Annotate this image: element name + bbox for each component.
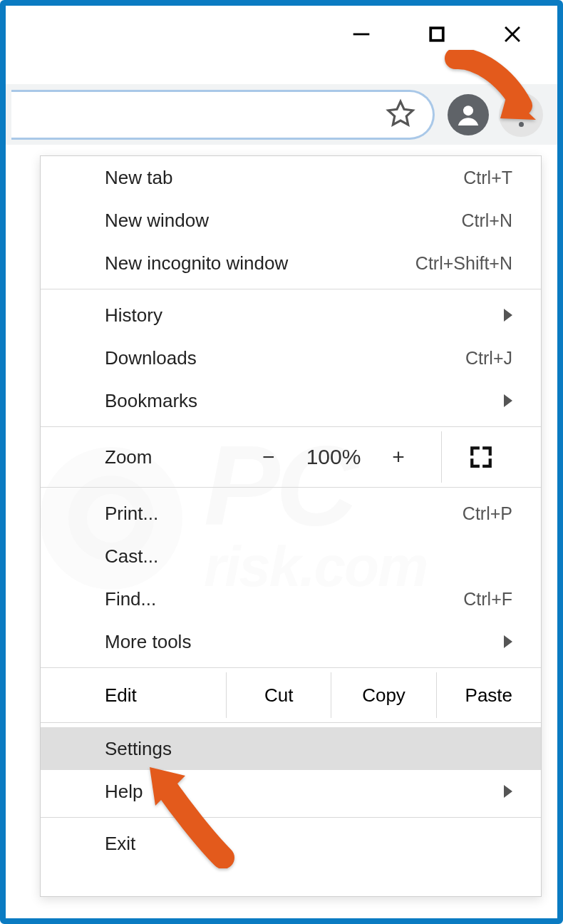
menu-item-bookmarks[interactable]: Bookmarks	[41, 379, 541, 422]
menu-separator	[41, 426, 541, 427]
bookmark-star-icon[interactable]	[386, 98, 415, 131]
menu-separator	[41, 722, 541, 723]
menu-label: Find...	[105, 588, 463, 610]
menu-label: Settings	[105, 738, 512, 760]
menu-label: Cast...	[105, 545, 512, 568]
menu-item-new-tab[interactable]: New tab Ctrl+T	[41, 156, 541, 199]
menu-shortcut: Ctrl+Shift+N	[415, 253, 512, 274]
address-bar[interactable]	[11, 90, 435, 140]
menu-item-more-tools[interactable]: More tools	[41, 620, 541, 663]
annotation-arrow-icon	[141, 761, 248, 868]
menu-item-exit[interactable]: Exit	[41, 822, 541, 865]
menu-label: Print...	[105, 503, 463, 525]
menu-separator	[41, 667, 541, 668]
menu-separator	[41, 817, 541, 818]
submenu-arrow-icon	[504, 785, 512, 798]
edit-copy-button[interactable]: Copy	[331, 672, 435, 718]
window-close-button[interactable]	[500, 21, 525, 47]
fullscreen-icon	[469, 445, 493, 469]
menu-label: Bookmarks	[105, 390, 504, 412]
window-frame: PC risk.com New tab Ctrl+T New window Ct…	[0, 0, 563, 924]
menu-separator	[41, 289, 541, 289]
menu-item-settings[interactable]: Settings	[41, 727, 541, 770]
menu-label: More tools	[105, 631, 504, 653]
zoom-in-button[interactable]: +	[392, 445, 405, 469]
submenu-arrow-icon	[504, 635, 512, 648]
menu-item-find[interactable]: Find... Ctrl+F	[41, 578, 541, 620]
annotation-arrow-icon	[445, 50, 537, 135]
menu-shortcut: Ctrl+P	[463, 503, 512, 524]
menu-item-new-incognito[interactable]: New incognito window Ctrl+Shift+N	[41, 242, 541, 284]
zoom-label: Zoom	[105, 446, 226, 468]
zoom-out-button[interactable]: −	[262, 445, 275, 469]
menu-label: New tab	[105, 167, 463, 189]
submenu-arrow-icon	[504, 309, 512, 322]
menu-shortcut: Ctrl+F	[463, 589, 512, 610]
submenu-arrow-icon	[504, 394, 512, 407]
menu-separator	[41, 487, 541, 488]
menu-item-downloads[interactable]: Downloads Ctrl+J	[41, 337, 541, 379]
menu-item-cast[interactable]: Cast...	[41, 535, 541, 578]
chrome-main-menu: New tab Ctrl+T New window Ctrl+N New inc…	[40, 155, 542, 897]
edit-paste-button[interactable]: Paste	[436, 672, 541, 718]
menu-item-help[interactable]: Help	[41, 770, 541, 813]
menu-label: Downloads	[105, 347, 465, 369]
svg-rect-1	[430, 28, 443, 41]
menu-item-print[interactable]: Print... Ctrl+P	[41, 492, 541, 535]
menu-item-history[interactable]: History	[41, 294, 541, 337]
menu-label: New incognito window	[105, 252, 415, 274]
menu-item-edit-row: Edit Cut Copy Paste	[41, 672, 541, 718]
fullscreen-button[interactable]	[441, 431, 520, 483]
edit-label: Edit	[41, 684, 226, 707]
menu-shortcut: Ctrl+N	[461, 210, 512, 231]
menu-shortcut: Ctrl+T	[463, 168, 512, 188]
menu-item-new-window[interactable]: New window Ctrl+N	[41, 199, 541, 242]
menu-shortcut: Ctrl+J	[465, 348, 512, 369]
zoom-level: 100%	[306, 445, 361, 469]
menu-label: History	[105, 304, 504, 327]
window-maximize-button[interactable]	[424, 21, 450, 47]
menu-label: New window	[105, 210, 461, 232]
edit-cut-button[interactable]: Cut	[226, 672, 331, 718]
window-minimize-button[interactable]	[348, 21, 374, 47]
menu-item-zoom: Zoom − 100% +	[41, 431, 541, 483]
